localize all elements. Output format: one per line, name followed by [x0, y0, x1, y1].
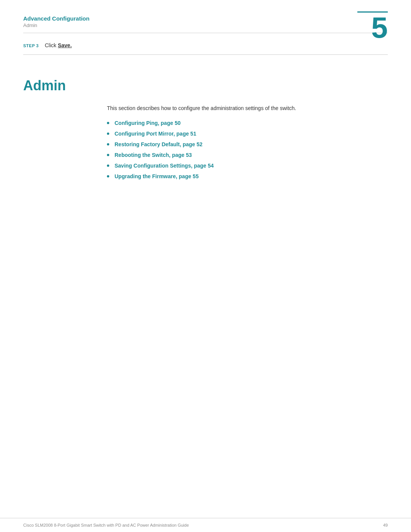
header-divider [23, 33, 388, 33]
chapter-number: 5 [357, 14, 388, 41]
bullet-icon [107, 133, 109, 135]
list-item: Restoring Factory Default, page 52 [107, 141, 388, 147]
header-area: 5 Advanced Configuration Admin [0, 0, 411, 33]
chapter-badge: 5 [357, 11, 388, 41]
bullet-icon [107, 175, 109, 177]
step-text: Click Save. [45, 42, 72, 48]
admin-section-title: Admin [23, 78, 388, 94]
footer-page-number: 49 [383, 523, 388, 527]
list-item: Configuring Port Mirror, page 51 [107, 131, 388, 137]
list-item: Rebooting the Switch, page 53 [107, 152, 388, 158]
admin-link-0[interactable]: Configuring Ping, page 50 [115, 120, 180, 126]
bullet-icon [107, 154, 109, 156]
admin-link-4[interactable]: Saving Configuration Settings, page 54 [115, 163, 214, 169]
step-line: STEP 3 Click Save. [23, 42, 388, 48]
admin-section: Admin This section describes how to conf… [0, 62, 411, 179]
bullet-icon [107, 122, 109, 124]
admin-link-3[interactable]: Rebooting the Switch, page 53 [115, 152, 192, 158]
admin-link-2[interactable]: Restoring Factory Default, page 52 [115, 141, 202, 147]
list-item: Upgrading the Firmware, page 55 [107, 173, 388, 179]
admin-link-5[interactable]: Upgrading the Firmware, page 55 [115, 173, 199, 179]
admin-links-list: Configuring Ping, page 50Configuring Por… [107, 120, 388, 179]
list-item: Configuring Ping, page 50 [107, 120, 388, 126]
step-divider [23, 54, 388, 55]
header-subtitle: Admin [23, 22, 388, 28]
footer: Cisco SLM2008 8-Port Gigabit Smart Switc… [0, 518, 411, 532]
footer-left-text: Cisco SLM2008 8-Port Gigabit Smart Switc… [23, 523, 189, 527]
page-container: 5 Advanced Configuration Admin STEP 3 Cl… [0, 0, 411, 532]
step-section: STEP 3 Click Save. [0, 33, 411, 62]
bullet-icon [107, 165, 109, 167]
step-label: STEP 3 [23, 43, 39, 48]
step-bold-text: Save. [58, 42, 72, 48]
header-title: Advanced Configuration [23, 15, 388, 22]
admin-link-1[interactable]: Configuring Port Mirror, page 51 [115, 131, 196, 137]
admin-description: This section describes how to configure … [107, 104, 388, 112]
step-text-prefix: Click [45, 42, 58, 48]
bullet-icon [107, 143, 109, 145]
list-item: Saving Configuration Settings, page 54 [107, 163, 388, 169]
